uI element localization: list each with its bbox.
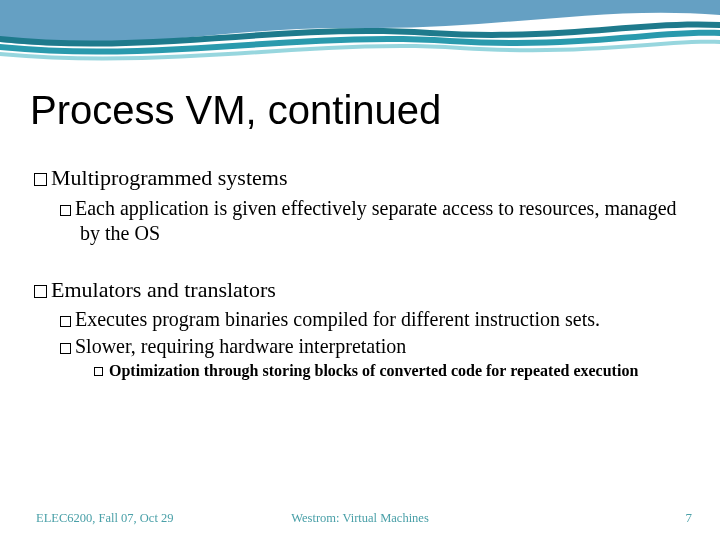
bullet-item: Slower, requiring hardware interpretatio… <box>60 334 686 359</box>
bullet-icon <box>94 367 103 376</box>
slide-title: Process VM, continued <box>30 88 441 133</box>
slide-footer: ELEC6200, Fall 07, Oct 29 Westrom: Virtu… <box>0 510 720 526</box>
bullet-icon <box>34 285 47 298</box>
heading-text: Emulators and translators <box>51 277 276 302</box>
bullet-item: Each application is given effectively se… <box>60 196 686 246</box>
page-number: 7 <box>686 510 693 526</box>
sub-bullet-item: Optimization through storing blocks of c… <box>94 361 686 382</box>
footer-left-text: ELEC6200, Fall 07, Oct 29 <box>36 511 174 526</box>
bullet-icon <box>60 343 71 354</box>
section-heading: Emulators and translators <box>34 276 686 304</box>
footer-center-text: Westrom: Virtual Machines <box>291 511 429 526</box>
item-text: Slower, requiring hardware interpretatio… <box>75 335 406 357</box>
bullet-item: Executes program binaries compiled for d… <box>60 307 686 332</box>
bullet-icon <box>60 205 71 216</box>
item-text: Executes program binaries compiled for d… <box>75 308 600 330</box>
slide-body: Multiprogrammed systems Each application… <box>34 164 686 384</box>
bullet-icon <box>34 173 47 186</box>
heading-text: Multiprogrammed systems <box>51 165 287 190</box>
decorative-wave <box>0 0 720 90</box>
item-text: Each application is given effectively se… <box>75 197 677 244</box>
sub-item-text: Optimization through storing blocks of c… <box>109 362 638 379</box>
section-heading: Multiprogrammed systems <box>34 164 686 192</box>
bullet-icon <box>60 316 71 327</box>
